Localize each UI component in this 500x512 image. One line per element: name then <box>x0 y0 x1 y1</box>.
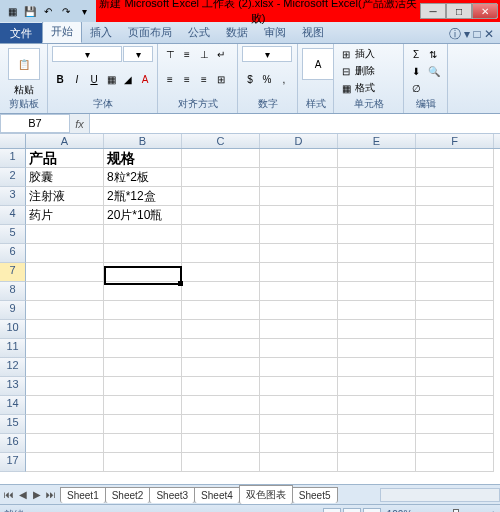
cell-A11[interactable] <box>26 339 104 358</box>
cell-A12[interactable] <box>26 358 104 377</box>
row-header-11[interactable]: 11 <box>0 339 26 358</box>
cell-D3[interactable] <box>260 187 338 206</box>
tab-home[interactable]: 开始 <box>42 20 82 43</box>
cell-B4[interactable]: 20片*10瓶 <box>104 206 182 225</box>
row-header-5[interactable]: 5 <box>0 225 26 244</box>
cell-C7[interactable] <box>182 263 260 282</box>
cell-B15[interactable] <box>104 415 182 434</box>
cell-A17[interactable] <box>26 453 104 472</box>
redo-icon[interactable]: ↷ <box>58 3 74 19</box>
cell-D9[interactable] <box>260 301 338 320</box>
cell-F17[interactable] <box>416 453 494 472</box>
cell-F9[interactable] <box>416 301 494 320</box>
row-header-13[interactable]: 13 <box>0 377 26 396</box>
cell-B16[interactable] <box>104 434 182 453</box>
close-button[interactable]: ✕ <box>472 3 498 19</box>
underline-button[interactable]: U <box>86 72 102 88</box>
row-header-15[interactable]: 15 <box>0 415 26 434</box>
cell-C5[interactable] <box>182 225 260 244</box>
cell-D4[interactable] <box>260 206 338 225</box>
row-header-10[interactable]: 10 <box>0 320 26 339</box>
cell-F13[interactable] <box>416 377 494 396</box>
sheet-tab-4[interactable]: Sheet4 <box>194 487 240 503</box>
cell-E9[interactable] <box>338 301 416 320</box>
fx-icon[interactable]: fx <box>70 114 90 133</box>
align-middle-button[interactable]: ≡ <box>179 46 195 62</box>
percent-button[interactable]: % <box>259 72 275 88</box>
cell-E17[interactable] <box>338 453 416 472</box>
cell-E10[interactable] <box>338 320 416 339</box>
cell-D6[interactable] <box>260 244 338 263</box>
cell-E2[interactable] <box>338 168 416 187</box>
wrap-text-button[interactable]: ↵ <box>213 46 229 62</box>
minimize-button[interactable]: ─ <box>420 3 446 19</box>
view-layout-button[interactable] <box>343 508 361 513</box>
cell-E13[interactable] <box>338 377 416 396</box>
fill-color-button[interactable]: ◢ <box>120 72 136 88</box>
cells-format-button[interactable]: ▦ <box>338 80 354 96</box>
align-bottom-button[interactable]: ⊥ <box>196 46 212 62</box>
cell-E11[interactable] <box>338 339 416 358</box>
sheet-tab-2[interactable]: Sheet2 <box>105 487 151 503</box>
cell-D11[interactable] <box>260 339 338 358</box>
cell-E4[interactable] <box>338 206 416 225</box>
cell-B1[interactable]: 规格 <box>104 149 182 168</box>
cell-F4[interactable] <box>416 206 494 225</box>
cell-F8[interactable] <box>416 282 494 301</box>
cell-C15[interactable] <box>182 415 260 434</box>
cell-A5[interactable] <box>26 225 104 244</box>
cell-C13[interactable] <box>182 377 260 396</box>
cell-B10[interactable] <box>104 320 182 339</box>
cell-B9[interactable] <box>104 301 182 320</box>
qat-dropdown-icon[interactable]: ▾ <box>76 3 92 19</box>
align-top-button[interactable]: ⊤ <box>162 46 178 62</box>
row-header-7[interactable]: 7 <box>0 263 26 282</box>
row-header-14[interactable]: 14 <box>0 396 26 415</box>
sheet-nav-prev[interactable]: ◀ <box>16 489 30 500</box>
cell-D13[interactable] <box>260 377 338 396</box>
find-button[interactable]: 🔍 <box>425 63 443 79</box>
cell-A1[interactable]: 产品 <box>26 149 104 168</box>
col-B[interactable]: B <box>104 134 182 148</box>
font-size-select[interactable]: ▾ <box>123 46 153 62</box>
sort-button[interactable]: ⇅ <box>425 46 441 62</box>
cell-D8[interactable] <box>260 282 338 301</box>
row-header-6[interactable]: 6 <box>0 244 26 263</box>
cell-B8[interactable] <box>104 282 182 301</box>
row-header-3[interactable]: 3 <box>0 187 26 206</box>
undo-icon[interactable]: ↶ <box>40 3 56 19</box>
view-pagebreak-button[interactable] <box>363 508 381 513</box>
cell-B14[interactable] <box>104 396 182 415</box>
cell-C10[interactable] <box>182 320 260 339</box>
col-A[interactable]: A <box>26 134 104 148</box>
merge-button[interactable]: ⊞ <box>213 72 229 88</box>
align-left-button[interactable]: ≡ <box>162 72 178 88</box>
styles-button[interactable]: A <box>302 48 334 80</box>
cell-F2[interactable] <box>416 168 494 187</box>
cell-C8[interactable] <box>182 282 260 301</box>
cells-delete-button[interactable]: ⊟ <box>338 63 354 79</box>
cell-A16[interactable] <box>26 434 104 453</box>
cell-E7[interactable] <box>338 263 416 282</box>
maximize-button[interactable]: □ <box>446 3 472 19</box>
row-header-9[interactable]: 9 <box>0 301 26 320</box>
row-header-4[interactable]: 4 <box>0 206 26 225</box>
cell-C2[interactable] <box>182 168 260 187</box>
row-header-8[interactable]: 8 <box>0 282 26 301</box>
sheet-nav-first[interactable]: ⏮ <box>2 489 16 500</box>
cell-B11[interactable] <box>104 339 182 358</box>
sheet-tab-1[interactable]: Sheet1 <box>60 487 106 503</box>
spreadsheet-grid[interactable]: A B C D E F 1产品规格2胶囊8粒*2板3注射液2瓶*12盒4药片20… <box>0 134 500 484</box>
cell-F12[interactable] <box>416 358 494 377</box>
cell-D2[interactable] <box>260 168 338 187</box>
cell-C11[interactable] <box>182 339 260 358</box>
cell-A15[interactable] <box>26 415 104 434</box>
cell-C4[interactable] <box>182 206 260 225</box>
font-family-select[interactable]: ▾ <box>52 46 122 62</box>
cell-D7[interactable] <box>260 263 338 282</box>
cell-A2[interactable]: 胶囊 <box>26 168 104 187</box>
select-all-corner[interactable] <box>0 134 26 148</box>
sheet-tab-5[interactable]: 双色图表 <box>239 485 293 504</box>
cell-D5[interactable] <box>260 225 338 244</box>
cell-D1[interactable] <box>260 149 338 168</box>
